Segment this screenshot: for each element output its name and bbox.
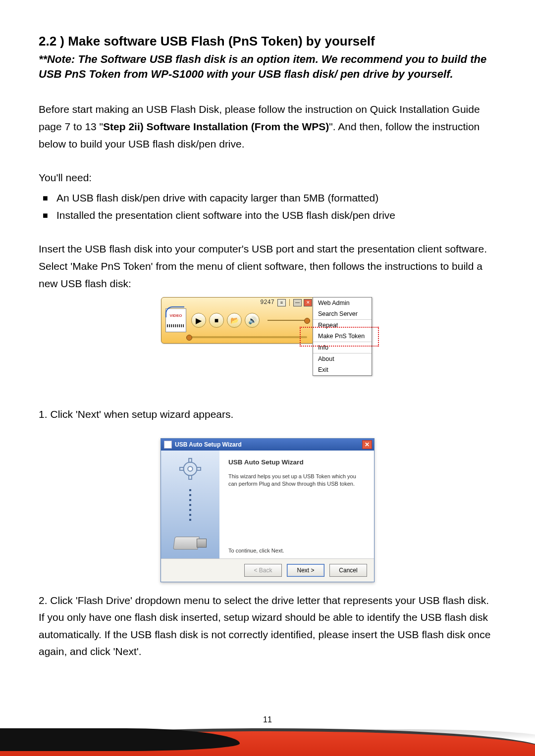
document-page: 2.2 ) Make software USB Flash (PnS Token… xyxy=(0,0,535,756)
step-1-number: 1. xyxy=(39,408,48,420)
cancel-button[interactable]: Cancel xyxy=(329,564,367,577)
window-icon xyxy=(164,441,172,449)
wizard-description: This wizard helps you set up a USB Token… xyxy=(228,473,365,488)
section-title: 2.2 ) Make software USB Flash (PnS Token… xyxy=(39,34,496,49)
step-1: 1.Click 'Next' when setup wizard appears… xyxy=(39,406,496,423)
list-item: An USB flash disk/pen drive with capacit… xyxy=(39,190,496,207)
decorative-arrow-icon xyxy=(165,306,184,317)
svg-point-1 xyxy=(188,466,193,471)
page-number: 11 xyxy=(0,715,535,724)
back-button[interactable]: < Back xyxy=(244,564,282,577)
svg-rect-3 xyxy=(189,475,192,479)
client-software-figure: 9247 ≡ — ✕ VIDEO ▶ ■ 📂 🔊 xyxy=(39,297,496,396)
open-button[interactable]: 📂 xyxy=(227,313,242,328)
wizard-close-button[interactable]: ✕ xyxy=(362,440,372,449)
player-panel: 9247 ≡ — ✕ VIDEO ▶ ■ 📂 🔊 xyxy=(161,297,315,344)
wizard-sidebar xyxy=(161,451,219,558)
intro-paragraph: Before start making an USB Flash Disk, p… xyxy=(39,101,496,152)
menu-icon[interactable]: ≡ xyxy=(277,299,286,306)
footer-decoration xyxy=(0,706,535,756)
svg-rect-2 xyxy=(189,458,192,462)
menu-item-search-server[interactable]: Search Server xyxy=(313,308,372,319)
player-id-number: 9247 xyxy=(260,299,274,306)
menu-item-web-admin[interactable]: Web Admin xyxy=(313,298,372,308)
intro-text-bold: Step 2ii) Software Installation (From th… xyxy=(103,121,329,132)
minimize-icon[interactable]: — xyxy=(293,299,302,306)
menu-item-info[interactable]: Info xyxy=(313,342,372,353)
menu-item-make-pns-token[interactable]: Make PnS Token xyxy=(313,331,372,342)
youll-need-label: You'll need: xyxy=(39,169,496,187)
separator xyxy=(289,299,290,306)
wizard-dialog-figure: USB Auto Setup Wizard ✕ xyxy=(39,438,496,582)
menu-item-repeat[interactable]: Repeat xyxy=(313,319,372,331)
gear-icon xyxy=(179,457,202,480)
wizard-button-row: < Back Next > Cancel xyxy=(161,558,374,582)
wizard-title-text: USB Auto Setup Wizard xyxy=(175,441,242,448)
svg-rect-4 xyxy=(180,467,184,470)
volume-slider[interactable] xyxy=(268,320,310,321)
step-2-text: 2. Click 'Flash Drive' dropdown menu to … xyxy=(39,592,496,661)
player-titlebar: 9247 ≡ — ✕ xyxy=(161,298,314,307)
next-button[interactable]: Next > xyxy=(287,564,324,577)
needs-list: An USB flash disk/pen drive with capacit… xyxy=(39,190,496,224)
player-menu-dropdown: Web Admin Search Server Repeat Make PnS … xyxy=(313,297,372,376)
seek-slider[interactable] xyxy=(186,336,307,338)
insert-paragraph: Insert the USB flash disk into your comp… xyxy=(39,241,496,292)
wizard-content: USB Auto Setup Wizard This wizard helps … xyxy=(219,451,374,558)
menu-item-about[interactable]: About xyxy=(313,353,372,364)
list-item: Installed the presentation client softwa… xyxy=(39,207,496,224)
menu-item-exit[interactable]: Exit xyxy=(313,364,372,375)
wizard-heading: USB Auto Setup Wizard xyxy=(228,458,365,466)
usb-stick-icon xyxy=(174,530,207,554)
player-controls: ▶ ■ 📂 🔊 xyxy=(191,313,260,328)
note-text: **Note: The Software USB flash disk is a… xyxy=(39,52,496,81)
decorative-dots xyxy=(189,489,191,521)
volume-button[interactable]: 🔊 xyxy=(245,313,260,328)
usb-wizard-dialog: USB Auto Setup Wizard ✕ xyxy=(160,438,374,582)
close-icon[interactable]: ✕ xyxy=(304,299,312,306)
step-1-text: Click 'Next' when setup wizard appears. xyxy=(51,408,234,420)
svg-rect-5 xyxy=(197,467,201,470)
play-button[interactable]: ▶ xyxy=(191,313,206,328)
stop-button[interactable]: ■ xyxy=(209,313,224,328)
wizard-titlebar: USB Auto Setup Wizard ✕ xyxy=(161,439,374,451)
wizard-continue-hint: To continue, click Next. xyxy=(228,548,365,554)
